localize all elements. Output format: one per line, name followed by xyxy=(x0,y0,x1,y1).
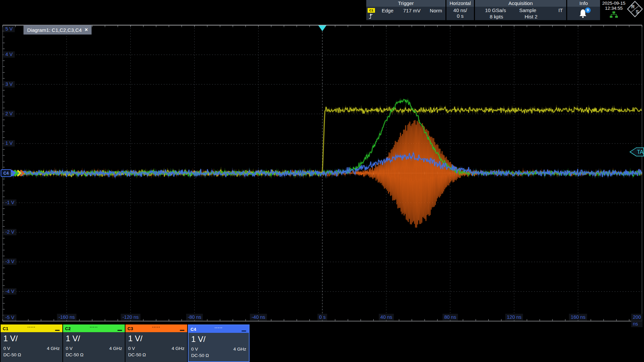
oscilloscope-screen: Trigger C1 Edge 717 mV Norm Horizontal 4… xyxy=(0,0,644,362)
trigger-source-badge: C1 xyxy=(368,8,375,13)
channel-coupling: DC-50 Ω xyxy=(128,352,184,358)
channel-badge-c3[interactable]: C3 ••••• 1 V/ 0 V4 GHz DC-50 Ω xyxy=(125,324,187,362)
trigger-panel[interactable]: Trigger C1 Edge 717 mV Norm xyxy=(366,0,445,20)
y-axis-label: -5 V xyxy=(3,314,16,321)
trigger-type: Edge xyxy=(382,8,393,13)
channel-bandwidth: 4 GHz xyxy=(172,345,184,352)
svg-text:TA: TA xyxy=(637,149,644,155)
svg-text:S: S xyxy=(636,9,639,14)
channel-offset: 0 V xyxy=(66,345,72,352)
channel-scale: 1 V/ xyxy=(128,334,184,343)
minimize-icon[interactable] xyxy=(117,330,122,331)
trigger-position-marker[interactable] xyxy=(318,25,326,31)
channel-bandwidth: 4 GHz xyxy=(109,345,122,352)
channel-bandwidth: 4 GHz xyxy=(47,345,60,352)
trigger-level: 717 mV xyxy=(403,8,421,13)
clock: 2025-09-15 12:34:55 xyxy=(601,0,627,20)
trace-glow-C1 xyxy=(3,107,642,177)
grip-dots-icon: ••••• xyxy=(90,323,98,331)
trigger-level-marker[interactable]: TA xyxy=(630,148,644,156)
trigger-mode: Norm xyxy=(430,8,442,13)
x-axis-label: 40 ns xyxy=(379,314,394,320)
y-axis-label: -4 V xyxy=(3,288,16,295)
waveform-diagram: C4TA Diagram1: C1,C2,C3,C4 × 5 V4 V3 V2 … xyxy=(0,20,644,324)
y-axis-label: 4 V xyxy=(3,51,15,58)
y-axis-label: -3 V xyxy=(3,258,16,265)
x-axis-label: 120 ns xyxy=(505,314,523,320)
network-status-icon xyxy=(609,11,618,18)
clock-time: 12:34:55 xyxy=(601,6,627,11)
x-axis-label: 0 s xyxy=(317,314,327,320)
horizontal-panel[interactable]: Horizontal 40 ns/ 0 s xyxy=(446,0,474,20)
acquisition-hist: Hist 2 xyxy=(525,14,537,19)
diagram-tab[interactable]: Diagram1: C1,C2,C3,C4 × xyxy=(23,25,92,35)
x-axis-label: -160 ns xyxy=(57,314,76,320)
diagram-tab-label: Diagram1: C1,C2,C3,C4 xyxy=(27,27,82,33)
y-axis-label: 2 V xyxy=(3,111,15,117)
channel-offset: 0 V xyxy=(191,346,198,352)
channel-badge-c4[interactable]: C4 ••••• 1 V/ 0 V4 GHz DC-50 Ω xyxy=(188,324,250,362)
minimize-icon[interactable] xyxy=(241,330,246,332)
channel-coupling: DC-50 Ω xyxy=(191,352,246,359)
svg-text:C4: C4 xyxy=(3,171,9,176)
trigger-panel-title: Trigger xyxy=(366,0,445,7)
channel-scale: 1 V/ xyxy=(3,334,60,343)
horizontal-panel-title: Horizontal xyxy=(446,0,474,7)
channel-offset: 0 V xyxy=(3,345,10,352)
y-axis-label: -2 V xyxy=(3,229,16,235)
channel-badge-bar: C1 ••••• 1 V/ 0 V4 GHz DC-50 Ω C2 ••••• … xyxy=(0,324,644,362)
horizontal-position: 0 s xyxy=(446,13,474,19)
channel-coupling: DC-50 Ω xyxy=(3,352,60,358)
channel-scale: 1 V/ xyxy=(191,335,246,344)
channel-badge-c1[interactable]: C1 ••••• 1 V/ 0 V4 GHz DC-50 Ω xyxy=(1,324,62,362)
channel-offset: 0 V xyxy=(128,345,135,352)
rising-edge-icon xyxy=(368,13,374,19)
horizontal-scale: 40 ns/ xyxy=(446,7,474,13)
y-axis-label: 5 V xyxy=(3,26,15,32)
info-panel[interactable]: Info 9 xyxy=(567,0,600,20)
y-axis-label: 3 V xyxy=(3,81,15,87)
x-axis-label: 80 ns xyxy=(442,314,458,320)
waveforms xyxy=(3,100,642,228)
svg-text:R: R xyxy=(631,4,635,9)
channel-coupling: DC-50 Ω xyxy=(66,352,122,358)
channel-badge-c2[interactable]: C2 ••••• 1 V/ 0 V4 GHz DC-50 Ω xyxy=(63,324,125,362)
status-bar: Trigger C1 Edge 717 mV Norm Horizontal 4… xyxy=(366,0,644,20)
acquisition-panel[interactable]: Acquisition 10 GSa/s 8 kpts Sample Hist … xyxy=(475,0,566,20)
info-panel-title: Info xyxy=(567,0,600,7)
channel-scale: 1 V/ xyxy=(66,334,122,343)
x-axis-label: -120 ns xyxy=(121,314,140,320)
sample-rate: 10 GSa/s xyxy=(485,7,506,13)
close-icon[interactable]: × xyxy=(85,27,88,33)
channel-bandwidth: 4 GHz xyxy=(233,346,246,352)
grip-dots-icon: ••••• xyxy=(215,324,223,331)
minimize-icon[interactable] xyxy=(55,330,60,331)
notification-count-badge: 9 xyxy=(585,7,591,13)
interpolation-flag: IT xyxy=(558,7,563,13)
logo-area: R S xyxy=(627,0,643,20)
x-axis-label: -40 ns xyxy=(250,314,267,320)
minimize-icon[interactable] xyxy=(180,330,184,331)
clock-date: 2025-09-15 xyxy=(601,1,627,6)
grip-dots-icon: ••••• xyxy=(28,323,36,331)
grip-dots-icon: ••••• xyxy=(152,323,160,331)
acquisition-panel-title: Acquisition xyxy=(475,0,566,7)
x-axis-label: 160 ns xyxy=(569,314,587,320)
rohde-schwarz-logo: R S xyxy=(627,0,643,18)
x-axis-label: -80 ns xyxy=(186,314,203,320)
y-axis-label: -1 V xyxy=(3,199,16,206)
record-length: 8 kpts xyxy=(490,14,503,19)
acquisition-mode: Sample xyxy=(519,7,536,13)
waveform-canvas: C4TA xyxy=(0,20,644,324)
y-axis-label: 1 V xyxy=(3,140,15,146)
x-axis-label: 200 ns xyxy=(631,314,643,327)
